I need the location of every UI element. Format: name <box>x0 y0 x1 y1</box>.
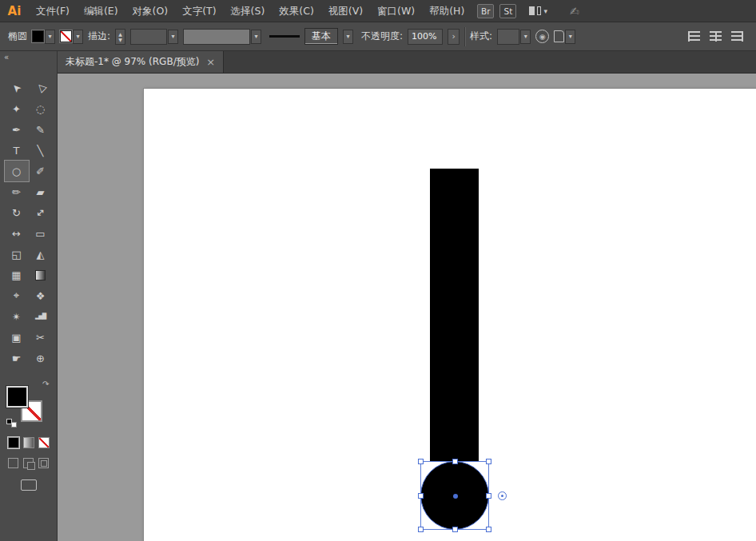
gradient-tool[interactable] <box>29 265 53 285</box>
slice-icon: ✂ <box>36 332 45 344</box>
artboard[interactable] <box>144 89 756 541</box>
magic-wand-tool[interactable]: ✦ <box>5 98 29 119</box>
brush-definition-select[interactable]: ▾ <box>183 29 261 45</box>
menu-object[interactable]: 对象(O) <box>125 0 176 22</box>
chevron-down-icon[interactable]: ▾ <box>45 30 55 44</box>
scale-tool[interactable]: ↕ <box>29 202 53 223</box>
blend-tool[interactable]: ❖ <box>29 285 53 306</box>
menu-file[interactable]: 文件(F) <box>29 0 77 22</box>
menu-window[interactable]: 窗口(W) <box>370 0 422 22</box>
none-button[interactable] <box>38 437 50 448</box>
curvature-tool[interactable]: ✎ <box>29 119 53 140</box>
close-icon[interactable]: × <box>206 56 215 68</box>
chevron-down-icon[interactable]: ▾ <box>168 30 178 44</box>
selection-handle-top-right[interactable] <box>486 459 491 464</box>
menu-select[interactable]: 选择(S) <box>224 0 273 22</box>
column-graph-tool[interactable]: ▂▅█ <box>29 306 53 327</box>
lasso-tool[interactable]: ◌ <box>29 98 53 119</box>
selection-handle-top-left[interactable] <box>418 459 424 464</box>
swap-fill-stroke-icon[interactable]: ↷ <box>42 380 49 388</box>
free-transform-tool[interactable]: ▭ <box>29 223 53 244</box>
touch-workspace-icon[interactable]: ✍ <box>570 5 579 18</box>
align-horizontal-right-icon[interactable] <box>731 31 743 42</box>
chevron-down-icon[interactable]: ▾ <box>251 30 261 44</box>
document-tab[interactable]: 未标题-1* @ 97% (RGB/预览) × <box>58 51 224 73</box>
selection-handle-middle-left[interactable] <box>418 493 424 499</box>
stepper-down-icon[interactable]: ▼ <box>118 37 122 42</box>
color-button[interactable] <box>8 437 19 448</box>
pen-tool[interactable]: ✒ <box>5 119 29 140</box>
artboard-tool[interactable]: ▣ <box>5 327 29 348</box>
app-logo[interactable]: Ai <box>0 4 29 18</box>
width-tool[interactable]: ↔ <box>5 223 29 244</box>
style-select[interactable]: ▾ <box>497 29 531 45</box>
ellipse-tool[interactable]: ○ <box>5 161 29 181</box>
stepper-up-icon[interactable]: ▲ <box>118 31 122 37</box>
chevron-down-icon[interactable]: ▾ <box>520 30 531 44</box>
menu-type[interactable]: 文字(T) <box>175 0 223 22</box>
blend-icon: ❖ <box>36 290 46 302</box>
fill-color-dropdown[interactable]: ▾ <box>32 30 55 44</box>
selection-handle-top-middle[interactable] <box>452 459 458 464</box>
recolor-artwork-icon[interactable]: ◉ <box>535 30 549 43</box>
shape-builder-tool[interactable]: ◱ <box>5 244 29 265</box>
stroke-none-swatch[interactable] <box>60 30 72 42</box>
hand-tool[interactable]: ☛ <box>5 348 29 368</box>
selection-handle-bottom-left[interactable] <box>418 527 424 532</box>
brush-definition-field[interactable] <box>183 29 250 45</box>
zoom-tool[interactable]: ⊕ <box>29 348 53 368</box>
chevron-down-icon[interactable]: ▾ <box>73 30 83 44</box>
paintbrush-tool[interactable]: ✐ <box>29 161 53 181</box>
gradient-button[interactable] <box>23 437 34 448</box>
menu-view[interactable]: 视图(V) <box>321 0 370 22</box>
stroke-profile-select[interactable]: 基本 ▾ <box>266 28 356 46</box>
live-shape-widget[interactable] <box>498 491 507 500</box>
selection-handle-bottom-right[interactable] <box>486 527 491 532</box>
canvas-pasteboard[interactable] <box>58 74 756 541</box>
chevron-down-icon[interactable]: ▾ <box>565 30 575 44</box>
mesh-tool[interactable]: ▦ <box>5 265 29 285</box>
align-horizontal-center-icon[interactable] <box>710 31 722 42</box>
menu-effect[interactable]: 效果(C) <box>272 0 320 22</box>
workspace-switcher[interactable]: ▾ <box>529 6 547 15</box>
stroke-weight-select[interactable]: ▾ <box>130 29 178 45</box>
fill-swatch[interactable] <box>6 386 28 408</box>
direct-selection-tool[interactable]: ▷ <box>29 78 53 98</box>
draw-normal-button[interactable] <box>8 458 18 468</box>
opacity-input[interactable] <box>408 29 443 45</box>
pencil-tool[interactable]: ✏ <box>5 181 29 202</box>
stroke-color-dropdown[interactable]: ▾ <box>60 30 83 44</box>
selection-center-point[interactable] <box>453 494 458 499</box>
selection-handle-middle-right[interactable] <box>486 493 491 499</box>
slice-tool[interactable]: ✂ <box>29 327 53 348</box>
symbol-sprayer-tool[interactable]: ✴ <box>5 306 29 327</box>
stroke-profile-value[interactable]: 基本 <box>304 28 338 45</box>
scale-icon: ↕ <box>33 205 47 220</box>
style-field[interactable] <box>497 29 519 45</box>
stroke-weight-field[interactable] <box>130 29 167 45</box>
fill-color-swatch[interactable] <box>32 30 44 42</box>
align-horizontal-left-icon[interactable] <box>688 31 700 42</box>
opacity-panel-button[interactable]: › <box>448 29 460 45</box>
rotate-tool[interactable]: ↻ <box>5 202 29 223</box>
black-rectangle-shape[interactable] <box>430 169 479 461</box>
eraser-tool[interactable]: ▰ <box>29 181 53 202</box>
eyedropper-tool[interactable]: ⌖ <box>5 285 29 306</box>
type-tool[interactable]: T <box>5 140 29 161</box>
selection-handle-bottom-middle[interactable] <box>452 527 458 532</box>
stroke-weight-stepper[interactable]: ▲▼ <box>115 29 125 45</box>
menu-edit[interactable]: 编辑(E) <box>77 0 125 22</box>
default-fill-stroke-icon[interactable] <box>6 419 17 428</box>
line-segment-tool[interactable]: ╲ <box>29 140 53 161</box>
toolbar-collapse-chevron[interactable]: « <box>0 51 57 63</box>
draw-behind-button[interactable] <box>23 458 34 468</box>
bridge-badge[interactable]: Br <box>477 4 494 18</box>
perspective-grid-tool[interactable]: ◭ <box>29 244 53 265</box>
screen-mode-button[interactable] <box>21 479 37 491</box>
chevron-down-icon[interactable]: ▾ <box>343 30 353 44</box>
draw-inside-button[interactable] <box>38 458 49 468</box>
document-setup-button[interactable]: ▾ <box>554 30 575 44</box>
menu-help[interactable]: 帮助(H) <box>422 0 472 22</box>
selection-tool[interactable]: ➤ <box>5 78 29 98</box>
stock-badge[interactable]: St <box>499 4 516 18</box>
